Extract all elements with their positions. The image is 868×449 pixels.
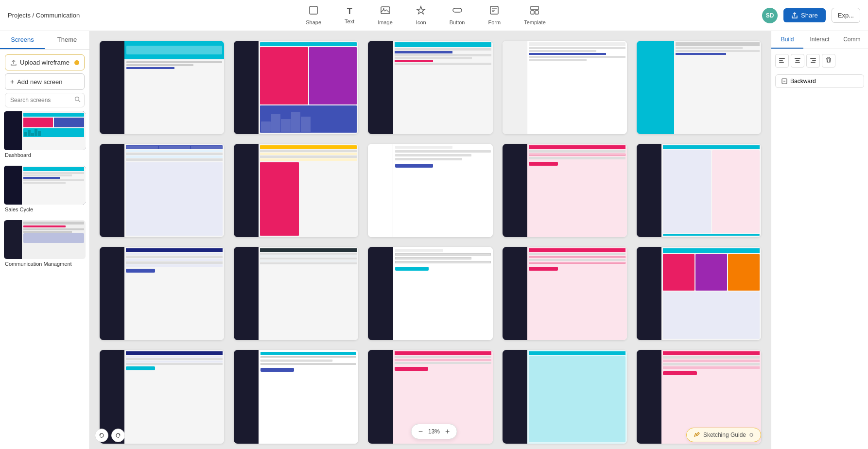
zoom-in-button[interactable]: + xyxy=(445,427,450,436)
redo-button[interactable] xyxy=(111,429,125,442)
share-button[interactable]: Share xyxy=(783,8,826,22)
frame-6[interactable] xyxy=(100,144,224,237)
svg-rect-8 xyxy=(531,6,538,10)
svg-rect-16 xyxy=(795,58,800,59)
svg-rect-18 xyxy=(795,62,800,63)
frame-4[interactable] xyxy=(503,41,627,134)
upload-indicator xyxy=(74,60,79,65)
right-tab-interact[interactable]: Interact xyxy=(803,31,835,49)
screen-thumb-label-sales: Sales Cycle xyxy=(4,207,86,212)
frame-10[interactable] xyxy=(637,144,761,237)
svg-rect-3 xyxy=(453,8,462,12)
screen-thumb-label-dashboard: Dashboard xyxy=(4,152,86,158)
zoom-out-button[interactable]: − xyxy=(418,427,423,436)
tool-icon[interactable]: Icon xyxy=(412,3,430,27)
frame-14[interactable] xyxy=(503,247,627,340)
frame-12[interactable] xyxy=(234,247,358,340)
export-label: Exp... xyxy=(838,12,854,19)
align-left-button[interactable] xyxy=(775,54,789,68)
frame-5[interactable] xyxy=(637,41,761,134)
sketching-guide-label: Sketching Guide xyxy=(703,432,746,438)
frame-7[interactable] xyxy=(234,144,358,237)
export-button[interactable]: Exp... xyxy=(832,8,860,23)
breadcrumb: Projects / Communication xyxy=(0,12,97,19)
undo-button[interactable] xyxy=(95,429,108,442)
frame-19[interactable] xyxy=(503,350,627,443)
right-tools xyxy=(771,49,868,72)
search-box xyxy=(5,93,85,107)
screen-thumb-comm[interactable]: Communication Managment xyxy=(4,220,86,267)
main-canvas xyxy=(90,31,771,449)
zoom-value: 13% xyxy=(427,428,441,435)
tool-shape-label: Shape xyxy=(306,19,321,25)
tool-button[interactable]: Button xyxy=(446,3,469,27)
breadcrumb-project: Projects xyxy=(8,12,31,19)
form-icon xyxy=(489,5,499,17)
tool-form[interactable]: Form xyxy=(484,3,504,27)
screen-thumb-dashboard[interactable]: Dashboard xyxy=(4,111,86,158)
sidebar-tabs: Screens Theme xyxy=(0,31,89,50)
tool-shape[interactable]: Shape xyxy=(302,3,325,27)
template-icon xyxy=(530,5,539,17)
backward-button[interactable]: Backward xyxy=(775,74,864,88)
svg-rect-1 xyxy=(381,7,390,14)
canvas-grid xyxy=(90,31,771,449)
upload-wireframe-button[interactable]: Upload wireframe xyxy=(5,54,85,70)
tool-image-label: Image xyxy=(378,19,393,25)
screen-list: Dashboard Sales Cycle xyxy=(0,111,89,449)
frame-1[interactable] xyxy=(100,41,224,134)
tool-text[interactable]: T Text xyxy=(341,4,358,26)
backward-label: Backward xyxy=(790,78,816,85)
frame-11[interactable] xyxy=(100,247,224,340)
frame-2[interactable] xyxy=(234,41,358,134)
sketching-guide-button[interactable]: Sketching Guide xyxy=(686,428,761,442)
frame-8[interactable] xyxy=(368,144,492,237)
tool-image[interactable]: Image xyxy=(374,3,397,27)
tool-template[interactable]: Template xyxy=(520,3,550,27)
add-icon: + xyxy=(10,78,14,86)
svg-rect-21 xyxy=(811,62,816,63)
search-input[interactable] xyxy=(5,93,85,107)
frame-15[interactable] xyxy=(637,247,761,340)
delete-button[interactable] xyxy=(822,54,835,68)
tab-screens[interactable]: Screens xyxy=(0,31,45,49)
zoom-bar: − 13% + xyxy=(411,424,457,439)
svg-line-12 xyxy=(79,101,81,103)
right-tab-comm[interactable]: Comm xyxy=(836,31,868,49)
svg-point-11 xyxy=(75,97,79,101)
add-screen-label: Add new screen xyxy=(17,78,62,86)
add-screen-button[interactable]: + Add new screen xyxy=(5,73,85,90)
tool-text-label: Text xyxy=(345,18,354,24)
breadcrumb-text: Projects / Communication xyxy=(8,12,80,19)
svg-rect-0 xyxy=(310,6,317,14)
svg-rect-13 xyxy=(779,58,785,59)
screen-thumb-label-comm: Communication Managment xyxy=(4,261,86,267)
svg-rect-14 xyxy=(779,60,783,61)
frame-9[interactable] xyxy=(503,144,627,237)
right-tab-build[interactable]: Build xyxy=(771,31,803,49)
svg-point-2 xyxy=(383,8,384,10)
svg-rect-10 xyxy=(535,11,538,14)
tool-form-label: Form xyxy=(488,19,501,25)
button-icon xyxy=(452,5,462,17)
right-panel: Build Interact Comm Backward xyxy=(771,31,868,449)
image-icon xyxy=(381,5,390,17)
svg-rect-17 xyxy=(796,60,799,61)
right-panel-tabs: Build Interact Comm xyxy=(771,31,868,49)
svg-rect-19 xyxy=(810,58,816,59)
frame-3[interactable] xyxy=(368,41,492,134)
svg-rect-15 xyxy=(779,62,784,63)
tab-theme[interactable]: Theme xyxy=(45,31,89,49)
frame-17[interactable] xyxy=(234,350,358,443)
frame-13[interactable] xyxy=(368,247,492,340)
tool-template-label: Template xyxy=(524,19,546,25)
svg-point-24 xyxy=(750,433,753,436)
text-icon: T xyxy=(347,6,352,17)
align-center-button[interactable] xyxy=(791,54,804,68)
tool-icon-label: Icon xyxy=(416,19,426,25)
svg-rect-9 xyxy=(531,11,534,14)
nav-arrows xyxy=(95,429,125,442)
toolbar: Projects / Communication Shape T Text Im… xyxy=(0,0,868,31)
align-right-button[interactable] xyxy=(806,54,820,68)
screen-thumb-sales[interactable]: Sales Cycle xyxy=(4,166,86,212)
